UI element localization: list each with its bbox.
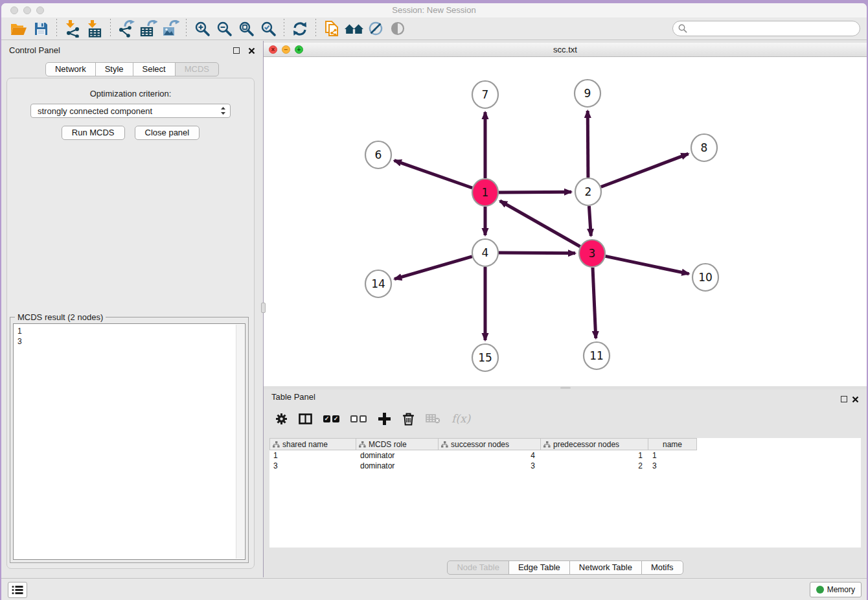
table-settings-button[interactable] <box>275 413 288 425</box>
tab-node-table[interactable]: Node Table <box>447 560 509 575</box>
zoom-in-button[interactable] <box>191 19 213 38</box>
table-row[interactable]: 3 dominator 3 2 3 <box>269 461 861 471</box>
tab-mcds[interactable]: MCDS <box>175 62 219 76</box>
delete-table-button[interactable] <box>426 413 440 424</box>
function-builder-button[interactable]: f(x) <box>451 412 470 425</box>
graph-node-1[interactable]: 1 <box>472 179 498 206</box>
cell-successor-nodes: 3 <box>439 461 541 470</box>
graph-node-8[interactable]: 8 <box>691 134 717 161</box>
refresh-icon <box>292 21 308 36</box>
column-header-name[interactable]: name <box>648 438 697 450</box>
control-panel-tabs: Network Style Select MCDS <box>1 62 263 76</box>
clone-network-button[interactable] <box>321 19 343 38</box>
criterion-select[interactable]: strongly connected component <box>30 104 231 118</box>
column-header-predecessor-nodes[interactable]: predecessor nodes <box>541 438 648 450</box>
unselect-all-columns-button[interactable] <box>350 415 367 422</box>
run-mcds-button[interactable]: Run MCDS <box>62 126 125 140</box>
svg-text:1: 1 <box>482 186 489 199</box>
graph-edge-1-6[interactable] <box>394 161 473 188</box>
memory-button[interactable]: Memory <box>810 582 862 597</box>
float-table-panel-icon[interactable] <box>841 396 847 402</box>
tab-select[interactable]: Select <box>133 62 176 76</box>
tab-style[interactable]: Style <box>95 62 133 76</box>
zoom-fit-icon <box>238 21 255 37</box>
graph-node-11[interactable]: 11 <box>584 342 610 369</box>
graph-node-2[interactable]: 2 <box>575 178 601 205</box>
task-history-button[interactable] <box>8 582 27 598</box>
graph-edge-4-14[interactable] <box>394 257 472 279</box>
tab-network[interactable]: Network <box>45 62 96 76</box>
zoom-selected-button[interactable] <box>257 19 279 38</box>
graph-node-7[interactable]: 7 <box>472 81 498 108</box>
export-network-button[interactable] <box>115 19 137 38</box>
column-header-shared-name[interactable]: shared name <box>269 438 356 450</box>
float-panel-icon[interactable] <box>233 47 240 54</box>
search-input[interactable] <box>691 24 854 33</box>
graph-edge-3-11[interactable] <box>593 268 596 338</box>
zoom-fit-button[interactable] <box>235 19 257 38</box>
mcds-result-title: MCDS result (2 nodes) <box>15 312 106 322</box>
table-toolbar: ✓ ✓ <box>275 406 470 431</box>
network-canvas[interactable]: 1234678910111415 <box>264 57 867 386</box>
node-table[interactable]: shared name MCDS role successor nodes <box>269 438 861 548</box>
tab-motifs[interactable]: Motifs <box>641 560 683 575</box>
delete-column-button[interactable] <box>402 412 415 426</box>
search-box[interactable] <box>672 21 860 36</box>
import-table-button[interactable] <box>84 19 106 38</box>
graph-node-9[interactable]: 9 <box>575 80 600 107</box>
criterion-selected-value: strongly connected component <box>38 106 220 116</box>
graph-node-6[interactable]: 6 <box>365 141 391 168</box>
graph-edge-3-10[interactable] <box>606 256 689 273</box>
open-session-button[interactable] <box>8 19 30 38</box>
function-icon: f(x) <box>451 412 470 425</box>
mcds-result-box[interactable]: 1 3 <box>13 323 246 560</box>
save-session-button[interactable] <box>30 19 52 38</box>
cell-predecessor-nodes: 1 <box>541 451 648 460</box>
graph-node-15[interactable]: 15 <box>472 344 498 371</box>
splitter-handle[interactable] <box>560 387 571 389</box>
column-header-successor-nodes[interactable]: successor nodes <box>439 438 541 450</box>
export-table-button[interactable] <box>137 19 159 38</box>
graphics-details-button[interactable] <box>365 19 387 38</box>
refresh-button[interactable] <box>289 19 311 38</box>
close-panel-icon[interactable] <box>248 47 255 54</box>
hierarchy-icon <box>441 441 448 448</box>
mcds-panel: Optimization criterion: strongly connect… <box>6 78 255 569</box>
network-graph[interactable]: 1234678910111415 <box>264 57 866 386</box>
split-column-button[interactable] <box>299 413 312 424</box>
result-scrollbar[interactable] <box>236 325 244 559</box>
network-window-titlebar[interactable]: × − + scc.txt <box>264 43 867 57</box>
svg-text:15: 15 <box>478 351 492 364</box>
export-image-button[interactable] <box>159 19 181 38</box>
optimization-criterion-label: Optimization criterion: <box>7 89 254 98</box>
graph-node-4[interactable]: 4 <box>472 239 498 266</box>
graph-node-14[interactable]: 14 <box>365 270 391 297</box>
table-header-row: shared name MCDS role successor nodes <box>269 438 861 450</box>
graph-node-10[interactable]: 10 <box>692 264 718 291</box>
table-row[interactable]: 1 dominator 4 1 1 <box>269 450 861 461</box>
graph-edge-4-3[interactable] <box>499 253 575 253</box>
birds-eye-button[interactable] <box>387 19 409 38</box>
cell-mcds-role: dominator <box>356 461 439 470</box>
graph-edge-2-8[interactable] <box>601 154 689 187</box>
graph-node-3[interactable]: 3 <box>579 240 605 267</box>
export-table-icon <box>139 20 157 38</box>
close-panel-button[interactable]: Close panel <box>135 126 200 140</box>
control-panel-title: Control Panel <box>9 41 60 60</box>
graph-edge-2-3[interactable] <box>589 206 591 236</box>
mcds-result-text: 1 3 <box>14 324 245 349</box>
graph-edge-3-1[interactable] <box>500 201 580 247</box>
close-table-panel-icon[interactable] <box>852 396 859 403</box>
tab-network-table[interactable]: Network Table <box>569 560 642 575</box>
tab-edge-table[interactable]: Edge Table <box>508 560 570 575</box>
zoom-out-button[interactable] <box>213 19 235 38</box>
vertical-splitter-handle[interactable] <box>261 303 266 313</box>
column-header-mcds-role[interactable]: MCDS role <box>356 438 439 450</box>
svg-text:7: 7 <box>482 88 489 101</box>
select-all-columns-button[interactable]: ✓ ✓ <box>323 415 339 422</box>
graph-edge-1-2[interactable] <box>499 192 571 192</box>
show-all-networks-button[interactable] <box>343 19 365 38</box>
add-column-button[interactable] <box>378 412 391 426</box>
import-network-button[interactable] <box>62 19 84 38</box>
graph-edge-2-9[interactable] <box>588 111 588 178</box>
